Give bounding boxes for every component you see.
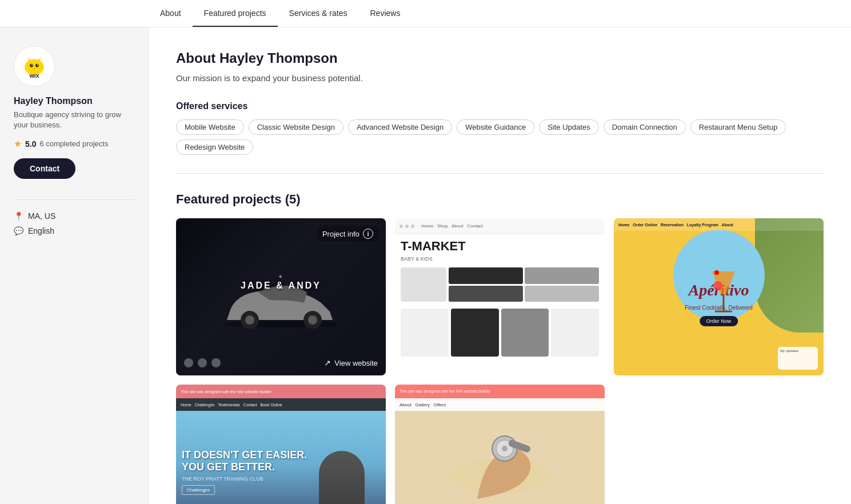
provider-description: Boutique agency striving to grow your bu…	[14, 110, 134, 130]
aperitivo-updates-panel: My Updates	[778, 347, 818, 370]
tmarket-nav-links: Home Shop About Contact	[421, 223, 483, 229]
main-content: About Hayley Thompson Our mission is to …	[149, 27, 851, 504]
aperitivo-cta-button: Order Now	[700, 316, 738, 326]
svg-point-17	[713, 281, 722, 290]
social-icons	[184, 358, 221, 367]
completed-projects: 6 completed projects	[39, 139, 108, 148]
project-image-2: Home Shop About Contact T-MARKET BABY & …	[395, 218, 605, 375]
section-divider	[176, 173, 824, 174]
service-tag-mobile: Mobile Website	[176, 119, 244, 135]
rating-row: ★ 5.0 6 completed projects	[14, 138, 134, 149]
nav-dot-2	[405, 225, 409, 228]
service-tag-redesign: Redesign Website	[176, 139, 253, 155]
fitness-cta-btn: Challenges	[182, 485, 215, 495]
about-description: Our mission is to expand your business p…	[176, 73, 824, 83]
location-row: 📍 MA, US	[14, 211, 134, 221]
service-tag-domain: Domain Connection	[604, 119, 686, 135]
project-bottom-bar: ↗ View website	[184, 358, 378, 367]
fitness-bar-text: This site was designed with the Wix webs…	[181, 390, 271, 394]
tmarket-product-3	[501, 309, 549, 357]
tmarket-title: T-MARKET	[401, 240, 599, 253]
product-dark-2	[449, 286, 523, 302]
nav-item-about[interactable]: About	[149, 0, 193, 27]
nav-dot-3	[411, 225, 414, 228]
svg-point-18	[714, 270, 719, 275]
wix-logo-icon: WIX	[18, 50, 50, 82]
fitness-subtext: THE ROY PRATT TRAINING CLUB	[182, 476, 307, 482]
fitness-nav-text: Home Challenges Testimonials Contact Boo…	[181, 403, 282, 407]
pizza-bar-text: This site was designed with the Wix webs…	[395, 389, 490, 393]
service-tag-advanced: Advanced Website Design	[348, 119, 452, 135]
aperitivo-leaf-decoration	[755, 218, 824, 333]
product-gray-1	[525, 267, 599, 284]
svg-point-3	[31, 65, 33, 66]
rating-value: 5.0	[25, 139, 36, 149]
fitness-navbar: Home Challenges Testimonials Contact Boo…	[176, 398, 386, 411]
services-tags-container: Mobile Website Classic Website Design Ad…	[176, 119, 824, 155]
service-tag-restaurant: Restaurant Menu Setup	[690, 119, 786, 135]
projects-grid-top: ✦ JADE & ANDY Project info i	[176, 218, 824, 375]
project-card-3[interactable]: Home Order Online Reservation Loyalty Pr…	[614, 218, 824, 375]
view-website-link[interactable]: ↗ View website	[324, 358, 378, 367]
cocktail-glass-icon	[701, 266, 746, 323]
nav-item-reviews[interactable]: Reviews	[358, 0, 411, 27]
pizza-top-bar: This site was designed with the Wix webs…	[395, 385, 605, 398]
projects-grid-bottom: This site was designed with the Wix webs…	[176, 385, 824, 504]
contact-button[interactable]: Contact	[14, 158, 75, 179]
product-gray-2	[525, 286, 599, 302]
product-img-main	[401, 267, 446, 302]
svg-text:WIX: WIX	[29, 73, 39, 79]
top-navigation: About Featured projects Services & rates…	[0, 0, 851, 27]
nav-item-featured[interactable]: Featured projects	[193, 0, 278, 27]
project-card-4[interactable]: This site was designed with the Wix webs…	[176, 385, 386, 504]
social-icon-tw	[198, 358, 207, 367]
project-card-2[interactable]: Home Shop About Contact T-MARKET BABY & …	[395, 218, 605, 375]
location-value: MA, US	[28, 211, 55, 221]
project-info-button[interactable]: Project info i	[318, 226, 378, 241]
pizza-nav-text: About Gallery Offers	[399, 402, 446, 407]
fitness-top-bar: This site was designed with the Wix webs…	[176, 385, 386, 398]
pizza-cutter-illustration	[443, 407, 557, 499]
page-layout: WIX Hayley Thompson Boutique agency stri…	[0, 27, 851, 504]
tmarket-product-2	[451, 309, 499, 357]
aperitivo-panel-text: My Updates	[778, 347, 818, 355]
project-image-3: Home Order Online Reservation Loyalty Pr…	[614, 218, 824, 375]
nav-dot-1	[399, 225, 403, 228]
fitness-headline-2: YOU GET BETTER.	[182, 461, 307, 474]
project-image-5: This site was designed with the Wix webs…	[395, 385, 605, 504]
language-value: English	[28, 226, 54, 235]
sidebar: WIX Hayley Thompson Boutique agency stri…	[0, 27, 149, 504]
fitness-athlete-silhouette	[319, 451, 365, 505]
logo-container: WIX	[14, 46, 55, 87]
project-card-overlay-1: Project info i ↗ View website	[176, 218, 386, 375]
product-grid-small	[449, 267, 599, 302]
about-title: About Hayley Thompson	[176, 50, 824, 66]
tmarket-top-products	[401, 267, 599, 302]
product-dark-1	[449, 267, 523, 284]
star-icon: ★	[14, 138, 22, 149]
language-icon: 💬	[14, 226, 23, 235]
project-image-4: This site was designed with the Wix webs…	[176, 385, 386, 504]
aperitivo-nav-text: Home Order Online Reservation Loyalty Pr…	[618, 223, 733, 227]
project-card-1[interactable]: ✦ JADE & ANDY Project info i	[176, 218, 386, 375]
provider-name: Hayley Thompson	[14, 96, 134, 106]
sidebar-meta: 📍 MA, US 💬 English	[14, 211, 134, 235]
social-icon-fb	[184, 358, 193, 367]
tmarket-products-grid	[401, 309, 599, 370]
project-info-label: Project info	[322, 230, 359, 238]
tmarket-product-1	[401, 309, 449, 357]
view-website-label: View website	[334, 359, 378, 367]
offered-services-heading: Offered services	[176, 101, 824, 111]
social-icon-ig	[211, 358, 221, 367]
project-card-5[interactable]: This site was designed with the Wix webs…	[395, 385, 605, 504]
svg-point-5	[37, 65, 38, 66]
service-tag-updates: Site Updates	[539, 119, 598, 135]
tmarket-product-4	[551, 309, 599, 357]
nav-item-services[interactable]: Services & rates	[278, 0, 359, 27]
tmarket-header: Home Shop About Contact	[395, 218, 605, 234]
info-circle-icon: i	[363, 229, 373, 239]
language-row: 💬 English	[14, 226, 134, 235]
fitness-headline-1: IT DOESN'T GET EASIER.	[182, 449, 307, 462]
svg-point-22	[502, 446, 508, 451]
featured-projects-title: Featured projects (5)	[176, 192, 824, 207]
